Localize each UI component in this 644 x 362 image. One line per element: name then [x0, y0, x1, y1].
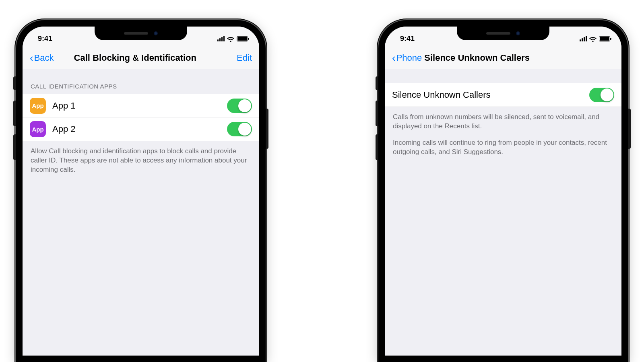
status-time: 9:41 [38, 35, 52, 43]
wifi-icon [589, 36, 597, 41]
phone-right-screen: 9:41 ‹ Phone Silence Unknown Callers [385, 27, 621, 356]
edit-button[interactable]: Edit [233, 53, 252, 63]
notch [95, 27, 187, 40]
status-indicators [580, 36, 610, 41]
phone-left-frame: 9:41 ‹ Back Call Blocking & Identificati… [16, 20, 266, 362]
toggle-silence-unknown[interactable] [589, 88, 614, 102]
nav-title: Call Blocking & Identification [38, 53, 233, 63]
app-list: App App 1 App App 2 [23, 94, 259, 141]
content-area: CALL IDENTIFICATION APPS App App 1 App A… [23, 69, 259, 356]
nav-title: Silence Unknown Callers [422, 53, 595, 63]
phone-right-frame: 9:41 ‹ Phone Silence Unknown Callers [378, 20, 628, 362]
nav-bar: ‹ Back Call Blocking & Identification Ed… [23, 47, 259, 69]
status-time: 9:41 [400, 35, 415, 43]
battery-icon [237, 36, 248, 41]
row-label: Silence Unknown Callers [392, 90, 583, 100]
back-label: Phone [396, 53, 422, 63]
status-indicators [217, 36, 248, 41]
list-item-app1: App App 1 [23, 94, 259, 117]
app-name: App 1 [52, 101, 221, 111]
back-button[interactable]: ‹ Phone [392, 53, 422, 63]
notch [457, 27, 549, 40]
settings-list: Silence Unknown Callers [385, 83, 621, 107]
toggle-app2[interactable] [227, 122, 252, 136]
cellular-icon [580, 36, 587, 41]
content-area: Silence Unknown Callers Calls from unkno… [385, 69, 621, 356]
app-icon: App [30, 98, 46, 114]
section-footer: Allow Call blocking and identification a… [23, 141, 259, 175]
app-name: App 2 [52, 124, 221, 134]
list-item-app2: App App 2 [23, 117, 259, 141]
nav-bar: ‹ Phone Silence Unknown Callers [385, 47, 621, 69]
list-item-silence: Silence Unknown Callers [385, 83, 621, 107]
section-header: CALL IDENTIFICATION APPS [23, 69, 259, 94]
app-icon: App [30, 121, 46, 137]
wifi-icon [227, 36, 234, 41]
toggle-app1[interactable] [227, 99, 252, 113]
battery-icon [599, 36, 610, 41]
section-footer: Calls from unknown numbers will be silen… [385, 107, 621, 157]
cellular-icon [217, 36, 225, 41]
phone-left-screen: 9:41 ‹ Back Call Blocking & Identificati… [23, 27, 259, 356]
